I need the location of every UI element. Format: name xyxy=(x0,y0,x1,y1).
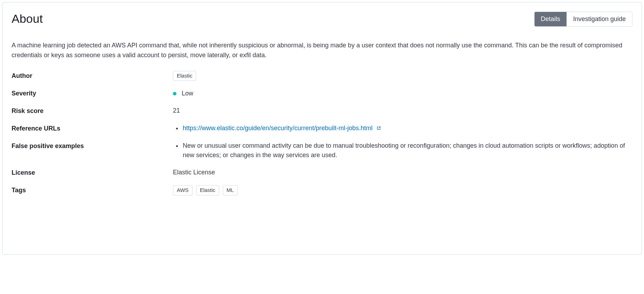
reference-urls-label: Reference URLs xyxy=(12,123,173,133)
license-label: License xyxy=(12,168,173,178)
tab-investigation-guide[interactable]: Investigation guide xyxy=(567,12,632,26)
tab-details[interactable]: Details xyxy=(535,12,567,26)
tags-label: Tags xyxy=(12,185,173,195)
false-positive-list: New or unusual user command activity can… xyxy=(173,141,632,160)
about-panel: About Details Investigation guide A mach… xyxy=(2,2,642,255)
reference-urls-list: https://www.elastic.co/guide/en/security… xyxy=(173,123,632,133)
tab-group: Details Investigation guide xyxy=(534,12,632,27)
list-item: https://www.elastic.co/guide/en/security… xyxy=(182,123,632,133)
reference-link[interactable]: https://www.elastic.co/guide/en/security… xyxy=(183,125,381,132)
author-label: Author xyxy=(12,71,173,81)
tag-badge: ML xyxy=(223,185,238,195)
field-author: Author Elastic xyxy=(12,71,632,81)
reference-link-text: https://www.elastic.co/guide/en/security… xyxy=(183,125,373,132)
panel-title: About xyxy=(12,12,43,26)
field-reference-urls: Reference URLs https://www.elastic.co/gu… xyxy=(12,123,632,133)
tag-badge: AWS xyxy=(173,185,193,195)
list-item: New or unusual user command activity can… xyxy=(182,141,632,160)
risk-score-value: 21 xyxy=(173,106,632,115)
severity-value: Low xyxy=(182,90,193,97)
field-risk-score: Risk score 21 xyxy=(12,106,632,116)
field-severity: Severity Low xyxy=(12,88,632,98)
tag-badge: Elastic xyxy=(196,185,219,195)
panel-header: About Details Investigation guide xyxy=(12,12,632,27)
severity-dot-icon xyxy=(173,92,176,95)
field-license: License Elastic License xyxy=(12,168,632,178)
license-value: Elastic License xyxy=(173,168,632,177)
tags-value: AWS Elastic ML xyxy=(173,185,632,195)
severity-label: Severity xyxy=(12,88,173,98)
field-false-positive: False positive examples New or unusual u… xyxy=(12,141,632,160)
rule-description: A machine learning job detected an AWS A… xyxy=(12,41,632,60)
field-tags: Tags AWS Elastic ML xyxy=(12,185,632,195)
author-badge: Elastic xyxy=(173,71,196,81)
risk-score-label: Risk score xyxy=(12,106,173,116)
false-positive-label: False positive examples xyxy=(12,141,173,151)
external-link-icon xyxy=(376,124,381,129)
